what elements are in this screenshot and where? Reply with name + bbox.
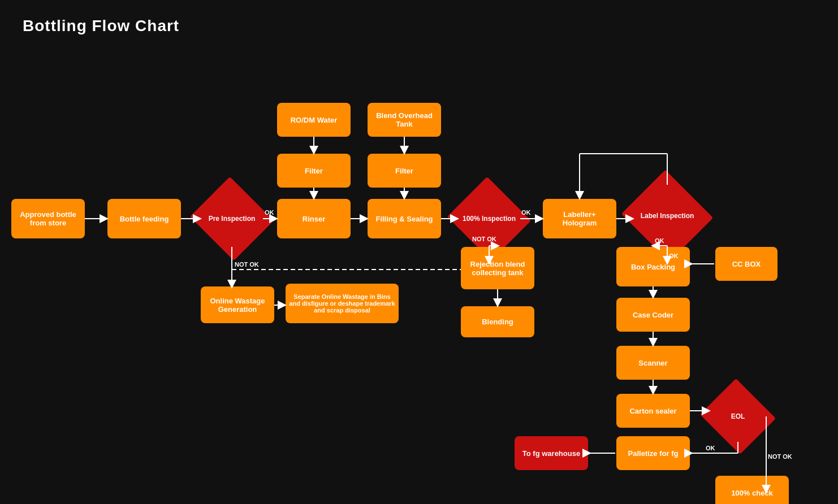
node-rinser: Rinser: [277, 199, 351, 238]
node-filter1: Filter: [277, 154, 351, 188]
svg-text:OK: OK: [706, 445, 715, 451]
node-label-inspection: Label Inspection: [633, 185, 701, 247]
node-ro-dm-water: RO/DM Water: [277, 103, 351, 137]
node-labeller: Labeller+ Hologram: [543, 199, 616, 238]
node-approved-bottle: Approved bottle from store: [11, 199, 85, 238]
node-filling-sealing: Filling & Sealing: [368, 199, 441, 238]
node-separate-online: Separate Online Wastage in Bins and disf…: [286, 284, 399, 323]
node-cc-box: CC BOX: [715, 247, 777, 281]
node-100-inspection: 100% Inspection: [458, 190, 520, 247]
node-carton-sealer: Carton sealer: [616, 394, 690, 428]
node-100-check: 100% check: [715, 476, 789, 504]
page-title: Bottling Flow Chart: [0, 0, 838, 41]
node-online-wastage: Online Wastage Generation: [201, 286, 274, 323]
node-to-fg-warehouse: To fg warehouse: [515, 436, 588, 470]
svg-text:NOT OK: NOT OK: [768, 453, 792, 460]
svg-text:NOT OK: NOT OK: [235, 261, 259, 268]
flowchart: Approved bottle from store Bottle feedin…: [0, 41, 838, 504]
node-box-packing: Box Packing: [616, 247, 690, 286]
node-rejection-blend: Rejection blend collecting tank: [461, 247, 534, 289]
node-pre-inspection: Pre Inspection: [201, 190, 263, 247]
node-eol: EOL: [710, 391, 766, 442]
node-blending: Blending: [461, 306, 534, 337]
node-case-coder: Case Coder: [616, 298, 690, 332]
node-scanner: Scanner: [616, 346, 690, 380]
node-bottle-feeding: Bottle feeding: [107, 199, 181, 238]
node-filter2: Filter: [368, 154, 441, 188]
node-palletize-fg: Palletize for fg: [616, 436, 690, 470]
node-blend-overhead: Blend Overhead Tank: [368, 103, 441, 137]
